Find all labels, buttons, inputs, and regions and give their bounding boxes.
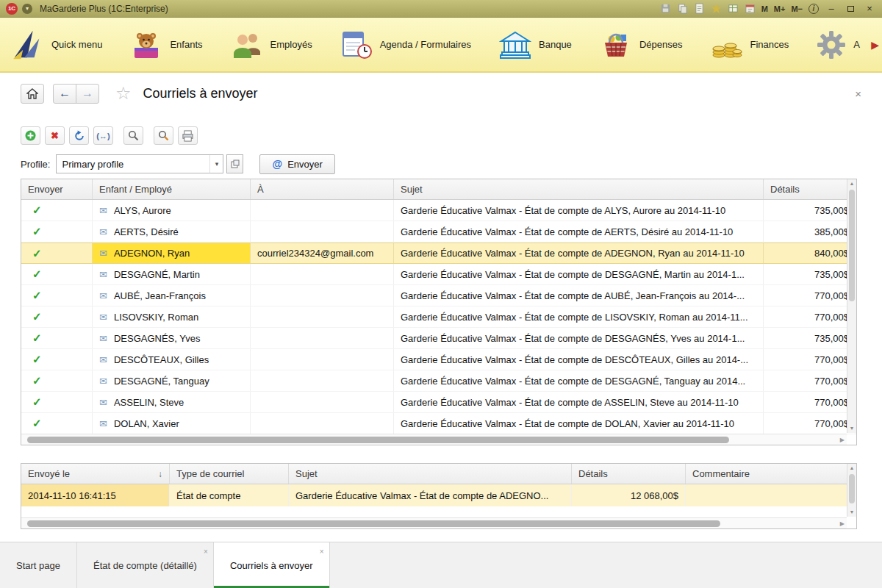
add-button[interactable] — [21, 126, 40, 145]
printer-icon — [182, 130, 194, 142]
search-settings-icon — [158, 130, 169, 141]
calc-memory-mplus-button[interactable]: M+ — [774, 4, 786, 13]
page-title: Courriels à envoyer — [143, 86, 258, 101]
vertical-scrollbar[interactable]: ▲ ▼ — [847, 179, 856, 433]
column-header-details[interactable]: Détails — [764, 179, 856, 199]
close-form-icon[interactable]: × — [855, 87, 861, 100]
scroll-down-icon[interactable]: ▼ — [847, 508, 856, 517]
ribbon-scroll-right-icon[interactable]: ▶ — [871, 39, 879, 51]
scrollbar-thumb[interactable] — [27, 437, 729, 443]
tab-start-page[interactable]: Start page — [0, 542, 77, 588]
table-row[interactable]: ✓ ✉DESGAGNÉ, Tanguay Garderie Éducative … — [21, 370, 856, 392]
vertical-scrollbar[interactable]: ▲ ▼ — [847, 464, 856, 517]
advanced-find-button[interactable] — [154, 126, 173, 145]
column-header-a[interactable]: À — [251, 179, 394, 199]
info-icon[interactable]: i — [808, 4, 819, 14]
column-header-commentaire[interactable]: Commentaire — [686, 464, 856, 484]
history-row-selected[interactable]: 2014-11-10 16:41:15 État de compte Garde… — [21, 484, 856, 506]
column-header-envoye-le[interactable]: Envoyé le ↓ — [21, 464, 170, 484]
scrollbar-thumb[interactable] — [849, 190, 855, 301]
ribbon-item-quick-menu[interactable]: Quick menu — [10, 29, 102, 61]
profile-combobox[interactable]: ▾ — [56, 154, 223, 173]
teddy-bear-icon — [130, 30, 162, 60]
calendar-icon[interactable] — [745, 3, 756, 14]
tab-courriels-a-envoyer[interactable]: Courriels à envoyer × — [214, 542, 330, 588]
favorites-star-icon[interactable] — [711, 3, 722, 14]
table-row[interactable]: ✓ ✉DOLAN, Xavier Garderie Éducative Valm… — [21, 413, 856, 434]
table-row[interactable]: ✓ ✉DESCÔTEAUX, Gilles Garderie Éducative… — [21, 349, 856, 370]
email-icon: ✉ — [99, 205, 107, 216]
minimize-button[interactable]: – — [825, 4, 838, 14]
table-row[interactable]: ✓ ✉LISOVSKIY, Roman Garderie Éducative V… — [21, 306, 856, 328]
profile-choose-button[interactable] — [226, 154, 243, 173]
scroll-up-icon[interactable]: ▲ — [847, 179, 856, 188]
ribbon-item-banque[interactable]: Banque — [499, 30, 572, 60]
horizontal-scrollbar[interactable]: ▶ — [21, 517, 847, 528]
maximize-button[interactable] — [844, 4, 857, 14]
search-icon — [128, 130, 139, 141]
calc-memory-mminus-button[interactable]: M− — [791, 4, 803, 13]
table-row[interactable]: ✓ ✉ASSELIN, Steve Garderie Éducative Val… — [21, 392, 856, 413]
home-button[interactable] — [21, 84, 44, 104]
close-window-button[interactable]: × — [863, 4, 876, 14]
table-header-row: Envoyé le ↓ Type de courriel Sujet Détai… — [21, 464, 856, 484]
sort-descending-icon[interactable]: ↓ — [154, 469, 162, 479]
scroll-down-icon[interactable]: ▼ — [847, 424, 856, 433]
table-row[interactable]: ✓ ✉DESGAGNÉS, Yves Garderie Éducative Va… — [21, 328, 856, 349]
column-header-type-de-courriel[interactable]: Type de courriel — [170, 464, 289, 484]
print-button[interactable] — [178, 126, 198, 145]
table-row[interactable]: ✓ ✉ALYS, Aurore Garderie Éducative Valma… — [21, 200, 856, 221]
find-button[interactable] — [123, 126, 143, 145]
window-titlebar: 1C ▾ MaGarderie Plus (1C:Enterprise) M M… — [0, 0, 882, 18]
refresh-button[interactable] — [69, 126, 89, 145]
send-email-button[interactable]: @ Envoyer — [259, 154, 334, 174]
email-icon: ✉ — [99, 333, 107, 344]
scroll-up-icon[interactable]: ▲ — [847, 464, 856, 473]
ribbon-item-enfants[interactable]: Enfants — [130, 30, 202, 60]
ribbon-item-depenses[interactable]: Dépenses — [600, 30, 683, 60]
ribbon-item-agenda[interactable]: Agenda / Formulaires — [340, 30, 471, 60]
profile-input[interactable] — [57, 159, 209, 170]
column-header-details[interactable]: Détails — [572, 464, 686, 484]
tab-etat-de-compte[interactable]: État de compte (détaillé) × — [77, 542, 214, 588]
table-row[interactable]: ✓ ✉AUBÉ, Jean-François Garderie Éducativ… — [21, 285, 856, 306]
calc-memory-m-button[interactable]: M — [761, 4, 768, 13]
ribbon-item-employes[interactable]: Employés — [231, 30, 312, 60]
combo-dropdown-icon[interactable]: ▾ — [209, 155, 223, 173]
table-icon[interactable] — [728, 3, 739, 14]
calendar-clock-icon — [340, 30, 373, 60]
check-icon: ✓ — [28, 204, 42, 217]
refresh-icon — [74, 130, 85, 142]
table-header-row: Envoyer Enfant / Employé À Sujet Détails — [21, 179, 856, 200]
copy-icon[interactable] — [677, 3, 688, 14]
ribbon-item-admin[interactable]: A — [817, 30, 860, 60]
column-header-envoyer[interactable]: Envoyer — [21, 179, 93, 199]
check-icon: ✓ — [28, 395, 42, 409]
table-row[interactable]: ✓ ✉DESGAGNÉ, Martin Garderie Éducative V… — [21, 264, 856, 285]
document-icon[interactable] — [694, 3, 705, 14]
scrollbar-thumb[interactable] — [27, 520, 720, 527]
tab-close-icon[interactable]: × — [320, 548, 324, 556]
check-icon: ✓ — [28, 310, 42, 323]
email-icon: ✉ — [99, 312, 107, 323]
scrollbar-thumb[interactable] — [849, 474, 855, 503]
tab-close-icon[interactable]: × — [204, 548, 208, 556]
column-header-sujet[interactable]: Sujet — [394, 179, 764, 199]
delete-button[interactable]: ✖ — [45, 126, 65, 145]
column-header-enfant-employe[interactable]: Enfant / Employé — [93, 179, 251, 199]
column-header-sujet[interactable]: Sujet — [289, 464, 572, 484]
back-button[interactable]: ← — [53, 84, 76, 104]
email-icon: ✉ — [99, 376, 107, 387]
table-row-selected[interactable]: ✓ ✉ADEGNON, Ryan courriel234324@gmail.co… — [21, 243, 856, 264]
ribbon-item-finances[interactable]: Finances — [710, 30, 789, 60]
table-row[interactable]: ✓ ✉AERTS, Désiré Garderie Éducative Valm… — [21, 221, 856, 243]
fit-width-button[interactable]: (↔) — [93, 126, 113, 145]
forward-button[interactable]: → — [76, 84, 99, 104]
favorite-star-icon[interactable]: ☆ — [115, 83, 132, 104]
email-icon: ✉ — [99, 248, 107, 259]
save-icon[interactable] — [660, 3, 671, 14]
scroll-right-icon[interactable]: ▶ — [840, 436, 845, 444]
horizontal-scrollbar[interactable]: ▶ — [21, 434, 847, 445]
scroll-right-icon[interactable]: ▶ — [840, 520, 845, 528]
main-menu-button[interactable]: ▾ — [22, 4, 32, 14]
